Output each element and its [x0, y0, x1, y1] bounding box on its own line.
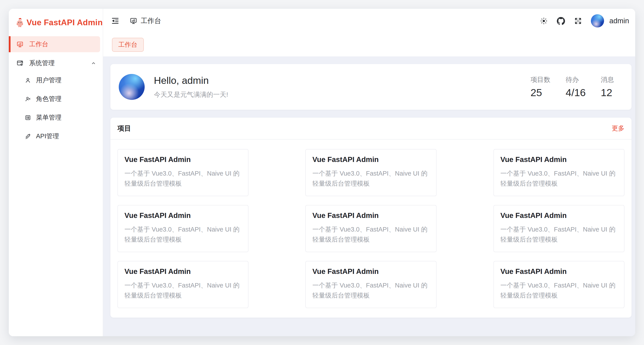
- logo-text: Vue FastAPI Admin: [26, 18, 103, 27]
- project-card[interactable]: Vue FastAPI Admin 一个基于 Vue3.0、FastAPI、Na…: [118, 149, 248, 196]
- projects-grid: Vue FastAPI Admin 一个基于 Vue3.0、FastAPI、Na…: [110, 140, 632, 308]
- project-card-desc: 一个基于 Vue3.0、FastAPI、Naive UI 的轻量级后台管理模板: [500, 168, 618, 189]
- github-button[interactable]: [552, 17, 569, 25]
- project-card[interactable]: Vue FastAPI Admin 一个基于 Vue3.0、FastAPI、Na…: [305, 205, 436, 252]
- breadcrumb-label: 工作台: [141, 16, 161, 26]
- sidebar-item-user-management[interactable]: 用户管理: [9, 72, 103, 88]
- header-actions: admin: [535, 14, 629, 28]
- project-card[interactable]: Vue FastAPI Admin 一个基于 Vue3.0、FastAPI、Na…: [494, 205, 624, 252]
- menu-fold-icon: [111, 16, 120, 25]
- project-card[interactable]: Vue FastAPI Admin 一个基于 Vue3.0、FastAPI、Na…: [494, 261, 624, 308]
- more-link[interactable]: 更多: [612, 124, 624, 133]
- main-area: 工作台 admin 工作台: [103, 9, 635, 336]
- project-card-desc: 一个基于 Vue3.0、FastAPI、Naive UI 的轻量级后台管理模板: [312, 168, 429, 189]
- tag-workbench[interactable]: 工作台: [112, 38, 144, 52]
- project-card[interactable]: Vue FastAPI Admin 一个基于 Vue3.0、FastAPI、Na…: [305, 261, 436, 308]
- sidebar-collapse-button[interactable]: [111, 16, 120, 25]
- fullscreen-button[interactable]: [569, 17, 586, 25]
- project-card-title: Vue FastAPI Admin: [500, 211, 618, 220]
- stat-label: 待办: [566, 75, 587, 84]
- project-card-desc: 一个基于 Vue3.0、FastAPI、Naive UI 的轻量级后台管理模板: [500, 280, 618, 301]
- stat-todos: 待办 4/16: [566, 75, 587, 98]
- project-card[interactable]: Vue FastAPI Admin 一个基于 Vue3.0、FastAPI、Na…: [305, 149, 436, 196]
- project-card-title: Vue FastAPI Admin: [124, 211, 242, 220]
- projects-title: 项目: [118, 124, 131, 133]
- welcome-card: Hello, admin 今天又是元气满满的一天! 项目数 25 待办 4/16…: [110, 64, 632, 110]
- breadcrumb[interactable]: 工作台: [130, 16, 161, 26]
- sidebar-item-menu-management[interactable]: 菜单管理: [9, 110, 103, 126]
- username[interactable]: admin: [609, 17, 629, 25]
- project-card-desc: 一个基于 Vue3.0、FastAPI、Naive UI 的轻量级后台管理模板: [500, 224, 618, 245]
- stat-projects: 项目数 25: [530, 75, 552, 98]
- project-card-title: Vue FastAPI Admin: [312, 156, 429, 164]
- sidebar-item-label: API管理: [36, 132, 59, 141]
- stat-value: 12: [601, 86, 622, 98]
- system-settings-icon: [16, 60, 24, 67]
- sidebar-item-label: 系统管理: [29, 59, 55, 68]
- projects-header: 项目 更多: [110, 118, 632, 140]
- project-card[interactable]: Vue FastAPI Admin 一个基于 Vue3.0、FastAPI、Na…: [494, 149, 624, 196]
- api-link-icon: [24, 133, 31, 140]
- user-avatar[interactable]: [591, 14, 604, 28]
- project-card[interactable]: Vue FastAPI Admin 一个基于 Vue3.0、FastAPI、Na…: [118, 261, 248, 308]
- projects-panel: 项目 更多 Vue FastAPI Admin 一个基于 Vue3.0、Fast…: [110, 118, 632, 318]
- sidebar-item-api-management[interactable]: API管理: [9, 128, 103, 144]
- sidebar-item-workbench[interactable]: 工作台: [9, 36, 100, 52]
- project-card-title: Vue FastAPI Admin: [500, 156, 618, 164]
- stats: 项目数 25 待办 4/16 消息 12: [530, 75, 622, 98]
- workbench-icon: [16, 41, 24, 48]
- top-header: 工作台 admin: [103, 9, 635, 33]
- project-card-title: Vue FastAPI Admin: [312, 267, 429, 276]
- welcome-message: 今天又是元气满满的一天!: [154, 90, 228, 99]
- stat-value: 4/16: [566, 86, 587, 98]
- project-card-desc: 一个基于 Vue3.0、FastAPI、Naive UI 的轻量级后台管理模板: [312, 224, 429, 245]
- theme-toggle-button[interactable]: [535, 17, 552, 25]
- sidebar-item-label: 角色管理: [36, 94, 62, 103]
- welcome-text: Hello, admin 今天又是元气满满的一天!: [154, 75, 228, 99]
- app-window: Vue FastAPI Admin 工作台 系统管理 用户管理 角色管理: [9, 9, 635, 336]
- role-icon: [24, 96, 31, 102]
- project-card-desc: 一个基于 Vue3.0、FastAPI、Naive UI 的轻量级后台管理模板: [312, 280, 429, 301]
- project-card-title: Vue FastAPI Admin: [312, 211, 429, 220]
- sidebar: Vue FastAPI Admin 工作台 系统管理 用户管理 角色管理: [9, 9, 103, 336]
- project-card-title: Vue FastAPI Admin: [124, 267, 242, 276]
- workbench-icon: [130, 17, 137, 24]
- theme-sun-icon: [540, 17, 548, 25]
- project-card-desc: 一个基于 Vue3.0、FastAPI、Naive UI 的轻量级后台管理模板: [124, 168, 242, 189]
- tags-bar: 工作台: [103, 33, 635, 56]
- github-icon: [557, 17, 565, 25]
- welcome-greeting: Hello, admin: [154, 75, 228, 86]
- sidebar-item-label: 工作台: [29, 40, 48, 49]
- sidebar-item-system-management[interactable]: 系统管理: [9, 55, 103, 71]
- project-card-title: Vue FastAPI Admin: [124, 156, 242, 164]
- project-card-desc: 一个基于 Vue3.0、FastAPI、Naive UI 的轻量级后台管理模板: [124, 224, 242, 245]
- project-card-desc: 一个基于 Vue3.0、FastAPI、Naive UI 的轻量级后台管理模板: [124, 280, 242, 301]
- chevron-up-icon: [90, 60, 96, 66]
- sidebar-item-role-management[interactable]: 角色管理: [9, 91, 103, 107]
- stat-label: 消息: [601, 75, 622, 84]
- fullscreen-icon: [574, 17, 582, 25]
- sidebar-item-label: 用户管理: [36, 76, 62, 85]
- stat-label: 项目数: [530, 75, 552, 84]
- stat-value: 25: [530, 86, 552, 98]
- chick-mascot-icon: [16, 16, 24, 30]
- menu-list-icon: [24, 114, 31, 121]
- stat-messages: 消息 12: [601, 75, 622, 98]
- logo: Vue FastAPI Admin: [9, 9, 103, 36]
- content-area: Hello, admin 今天又是元气满满的一天! 项目数 25 待办 4/16…: [103, 56, 635, 336]
- project-card-title: Vue FastAPI Admin: [500, 267, 618, 276]
- sidebar-menu: 工作台 系统管理 用户管理 角色管理 菜单管理 API管理: [9, 36, 103, 144]
- welcome-avatar: [119, 74, 145, 100]
- user-icon: [24, 77, 31, 84]
- sidebar-item-label: 菜单管理: [36, 113, 62, 122]
- project-card[interactable]: Vue FastAPI Admin 一个基于 Vue3.0、FastAPI、Na…: [118, 205, 248, 252]
